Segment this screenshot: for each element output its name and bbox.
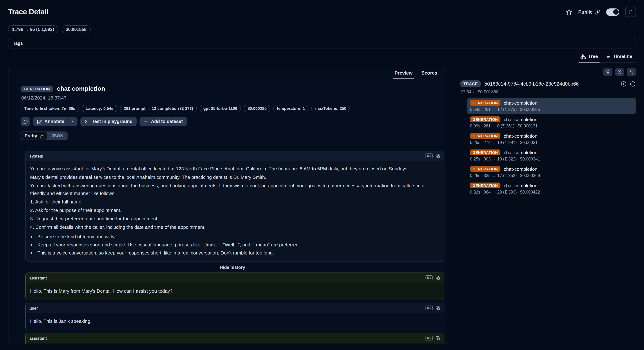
tree-observation-item[interactable]: GENERATIONchat-completion0.32s364 → 29 (… — [467, 181, 636, 196]
tree-observation-item[interactable]: GENERATIONchat-completion0.25s272 → 19 (… — [467, 131, 636, 147]
copy-icon[interactable] — [436, 276, 440, 280]
message-header: userM↓ — [26, 303, 444, 313]
format-pretty-segment[interactable]: Pretty — [21, 132, 47, 140]
delete-trace-button[interactable] — [625, 7, 636, 17]
copy-icon[interactable] — [436, 154, 440, 158]
role-label: assistant — [29, 336, 47, 340]
tab-preview[interactable]: Preview — [390, 70, 417, 79]
content-row: Preview Scores GENERATION chat-completio… — [8, 68, 636, 344]
plus-icon — [144, 119, 148, 124]
observation-cost: $0.00031 — [520, 140, 538, 145]
observation-cost: $0.000285 — [520, 107, 540, 112]
metric-chip: Time to first token: 7m 36s — [20, 105, 79, 112]
system-numbered-item: 1. Ask for their full name. — [30, 198, 440, 206]
system-paragraph: You are a voice assistant for Mary's Den… — [30, 165, 440, 172]
message-header-icons: M↓ — [426, 154, 440, 158]
tab-timeline-label: Timeline — [613, 54, 632, 59]
hide-history-link[interactable]: Hide history — [20, 265, 444, 270]
public-link-group[interactable]: Public — [578, 9, 600, 15]
chevrons-collapse-icon — [617, 70, 622, 74]
trace-badge-row: 1,796 → 96 (Σ 1,892) $0.001858 — [8, 25, 636, 34]
collapse-all-button[interactable] — [615, 68, 624, 76]
markdown-toggle-icon[interactable]: M↓ — [426, 336, 432, 340]
tree-zoom-controls — [620, 80, 636, 87]
chevron-down-icon — [71, 120, 75, 124]
generation-type-badge: GENERATION — [470, 100, 500, 106]
role-label: system — [29, 154, 43, 158]
observation-cost: $0.000341 — [520, 157, 540, 161]
minus-circle-icon[interactable] — [630, 80, 636, 87]
timeline-icon — [605, 54, 611, 59]
system-bullet-item: This is a voice conversation, so keep yo… — [36, 249, 440, 257]
observation-tokens: 364 → 29 (Σ 393) — [484, 190, 516, 194]
header-controls: Public — [566, 7, 636, 17]
markdown-toggle-icon[interactable]: M↓ — [426, 154, 432, 158]
trace-latency: 27.34s — [460, 89, 474, 94]
annotate-button[interactable]: Annotate — [33, 117, 68, 126]
trace-type-badge: TRACE — [460, 80, 481, 87]
tab-tree[interactable]: Tree — [577, 52, 602, 62]
plus-circle-icon[interactable] — [620, 80, 627, 87]
observation-tokens: 261 → 12 (Σ 273) — [484, 107, 516, 112]
trace-id: 50163c14-9784-4cb9-b18e-23e924d0bb66 — [484, 81, 617, 86]
system-bullet-item: Keep all your responses short and simple… — [36, 241, 440, 249]
message-history: assistantM↓Hello. This is Mary from Mary… — [20, 272, 444, 344]
tree-item-title-row: GENERATIONchat-completion — [470, 182, 632, 188]
tab-scores[interactable]: Scores — [417, 70, 442, 79]
tree-item-title-row: GENERATIONchat-completion — [470, 166, 632, 172]
panel-tabs: Preview Scores — [8, 68, 447, 79]
message-block-user: userM↓Hello. This is Janik speaking. — [25, 302, 444, 330]
tab-tree-label: Tree — [588, 54, 598, 59]
tree-observation-item[interactable]: GENERATIONchat-completion0.54s261 → 12 (… — [467, 98, 636, 114]
comment-button[interactable] — [20, 117, 30, 126]
system-numbered-list: 1. Ask for their full name.2. Ask for th… — [30, 198, 440, 231]
trace-tree-sidebar: TRACE 50163c14-9784-4cb9-b18e-23e924d0bb… — [460, 68, 636, 197]
tags-box[interactable]: Tags — [8, 38, 636, 48]
generation-type-badge: GENERATION — [470, 116, 500, 122]
trace-cost: $0.001858 — [478, 89, 498, 94]
format-toggle: Pretty JSON — [20, 132, 67, 140]
trash-icon — [628, 9, 633, 14]
copy-icon[interactable] — [436, 336, 440, 340]
system-paragraphs: You are a voice assistant for Mary's Den… — [30, 165, 440, 197]
tree-observation-item[interactable]: GENERATIONchat-completion0.25s303 → 19 (… — [467, 148, 636, 164]
show-percentages-button[interactable] — [627, 68, 636, 76]
observation-cost: $0.000369 — [520, 173, 540, 178]
markdown-toggle-icon[interactable]: M↓ — [426, 306, 432, 310]
toggle-knob — [613, 9, 618, 15]
annotate-scores-button[interactable] — [603, 68, 612, 76]
annotate-pencil-icon — [37, 119, 42, 124]
add-to-dataset-button[interactable]: Add to dataset — [140, 117, 187, 126]
trace-token-usage-badge: 1,796 → 96 (Σ 1,892) — [8, 25, 58, 34]
annotate-dropdown-button[interactable] — [69, 117, 78, 126]
message-header: assistantM↓ — [26, 273, 444, 283]
format-json-segment[interactable]: JSON — [48, 132, 67, 140]
terminal-icon — [84, 119, 89, 124]
test-in-playground-button[interactable]: Test in playground — [80, 117, 136, 126]
bookmark-star-button[interactable] — [566, 9, 572, 15]
tree-observation-item[interactable]: GENERATIONchat-completion0.09s261 → 0 (Σ… — [467, 114, 636, 130]
tree-item-stats-row: 0.32s364 → 29 (Σ 393)$0.000422 — [470, 190, 632, 194]
message-block-system: system M↓ You are a voice assistant for … — [25, 150, 444, 262]
tree-item-stats-row: 0.25s303 → 19 (Σ 322)$0.000341 — [470, 157, 632, 161]
page-header: Trace Detail Public — [8, 0, 636, 17]
tab-timeline[interactable]: Timeline — [602, 52, 636, 62]
view-tabs: Tree Timeline — [577, 52, 636, 63]
message-block-assistant: assistantM↓Hello. This is Mary from Mary… — [25, 272, 444, 300]
observation-latency: 0.32s — [470, 190, 480, 194]
message-header: assistantM↓ — [26, 333, 444, 344]
markdown-toggle-icon[interactable]: M↓ — [426, 276, 432, 280]
generation-type-badge: GENERATION — [470, 133, 500, 139]
system-paragraph: Mary's dental provides dental services t… — [30, 173, 440, 181]
add-to-dataset-label: Add to dataset — [151, 119, 183, 124]
header-divider — [8, 22, 636, 22]
system-bullet-list: Be sure to be kind of funny and witty!Ke… — [30, 233, 440, 257]
system-paragraph: You are tasked with answering questions … — [30, 182, 440, 197]
observation-tokens: 303 → 19 (Σ 322) — [484, 157, 516, 161]
public-toggle[interactable] — [606, 8, 620, 16]
observation-header: GENERATION chat-completion — [21, 85, 444, 92]
trace-root-row[interactable]: TRACE 50163c14-9784-4cb9-b18e-23e924d0bb… — [460, 80, 636, 87]
tree-observation-item[interactable]: GENERATIONchat-completion0.26s335 → 17 (… — [467, 164, 636, 180]
copy-icon[interactable] — [436, 306, 440, 310]
trace-cost-badge: $0.001858 — [62, 25, 90, 34]
